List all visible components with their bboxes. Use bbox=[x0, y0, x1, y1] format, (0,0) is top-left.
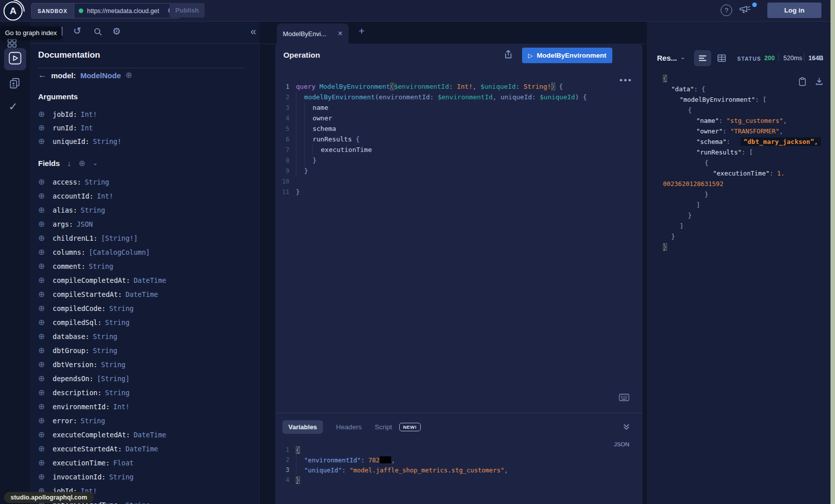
field-name[interactable]: compileCompletedAt: bbox=[53, 276, 130, 284]
field-type-link[interactable]: DateTime bbox=[125, 445, 158, 453]
field-type-link[interactable]: String bbox=[81, 206, 105, 214]
add-field-to-query-button[interactable]: ⊕ bbox=[38, 192, 49, 200]
field-name[interactable]: alias: bbox=[53, 206, 77, 214]
field-name[interactable]: compiledSql: bbox=[53, 318, 102, 326]
response-selector[interactable]: Res... bbox=[657, 54, 677, 62]
field-name[interactable]: compileStartedAt: bbox=[53, 290, 122, 298]
field-type-link[interactable]: String bbox=[105, 389, 130, 397]
field-type-link[interactable]: DateTime bbox=[133, 276, 166, 284]
search-icon[interactable] bbox=[93, 27, 102, 38]
field-name[interactable]: compiledCode: bbox=[53, 304, 106, 312]
add-field-to-query-button[interactable]: ⊕ bbox=[38, 137, 49, 145]
add-field-to-query-button[interactable]: ⊕ bbox=[38, 445, 49, 453]
tab-headers[interactable]: Headers bbox=[336, 423, 362, 431]
collapse-panel-icon[interactable]: « bbox=[250, 25, 256, 37]
field-type-link[interactable]: JSON bbox=[77, 220, 93, 228]
field-type-link[interactable]: String bbox=[93, 347, 117, 355]
field-type-link[interactable]: Int! bbox=[97, 192, 113, 200]
sidebar-item-checks[interactable]: ✓ bbox=[9, 100, 18, 113]
endpoint-url-box[interactable]: https://metadata.cloud.get ⚙ bbox=[74, 4, 180, 18]
tab-script[interactable]: Script bbox=[375, 423, 392, 431]
add-field-to-query-button[interactable]: ⊕ bbox=[38, 276, 49, 284]
sidebar-item-schema-diff[interactable] bbox=[9, 77, 21, 92]
add-type-button[interactable]: ⊕ bbox=[125, 71, 132, 79]
type-name-link[interactable]: ModelNode bbox=[80, 71, 121, 80]
field-type-link[interactable]: [CatalogColumn] bbox=[89, 248, 150, 256]
field-type-link[interactable]: String bbox=[89, 262, 113, 270]
field-type-link[interactable]: String bbox=[85, 178, 109, 186]
field-type-link[interactable]: String! bbox=[93, 137, 121, 145]
sidebar-item-explorer[interactable] bbox=[4, 48, 26, 70]
add-field-to-query-button[interactable]: ⊕ bbox=[38, 417, 49, 425]
add-field-to-query-button[interactable]: ⊕ bbox=[38, 389, 49, 397]
field-type-link[interactable]: Int bbox=[81, 124, 93, 132]
field-type-link[interactable]: String bbox=[109, 473, 134, 481]
add-field-to-query-button[interactable]: ⊕ bbox=[38, 459, 49, 467]
add-field-to-query-button[interactable]: ⊕ bbox=[38, 234, 49, 242]
field-name[interactable]: invocationId: bbox=[53, 473, 106, 481]
add-field-to-query-button[interactable]: ⊕ bbox=[38, 124, 49, 132]
keyboard-shortcuts-icon[interactable] bbox=[619, 394, 629, 403]
tab-modelbyenvironment[interactable]: ModelByEnvi... × bbox=[277, 24, 349, 44]
new-tab-button[interactable]: + bbox=[359, 25, 365, 37]
field-type-link[interactable]: Int! bbox=[113, 403, 130, 411]
field-type-link[interactable]: [String!] bbox=[101, 234, 137, 242]
add-field-to-query-button[interactable]: ⊕ bbox=[38, 431, 49, 439]
field-name[interactable]: runId: bbox=[53, 124, 77, 132]
publish-button[interactable]: Publish bbox=[170, 3, 205, 18]
tab-variables[interactable]: Variables bbox=[282, 420, 323, 434]
field-name[interactable]: dependsOn: bbox=[53, 375, 93, 383]
field-name[interactable]: executionTime: bbox=[53, 459, 110, 467]
add-field-to-query-button[interactable]: ⊕ bbox=[38, 375, 49, 383]
field-name[interactable]: uniqueId: bbox=[53, 137, 89, 145]
field-name[interactable]: description: bbox=[53, 389, 102, 397]
table-view-button[interactable] bbox=[717, 54, 726, 64]
field-name[interactable]: database: bbox=[53, 332, 89, 341]
back-arrow-icon[interactable]: ← bbox=[38, 70, 47, 80]
field-name[interactable]: executeStartedAt: bbox=[53, 445, 122, 453]
field-name[interactable]: executeCompletedAt: bbox=[53, 431, 130, 439]
add-field-to-query-button[interactable]: ⊕ bbox=[38, 248, 49, 256]
add-field-to-query-button[interactable]: ⊕ bbox=[38, 304, 49, 312]
add-field-to-query-button[interactable]: ⊕ bbox=[38, 206, 49, 214]
field-type-link[interactable]: String bbox=[101, 361, 125, 369]
field-name[interactable]: args: bbox=[53, 220, 73, 228]
graphql-editor[interactable]: 1query ModelByEnvironment($environmentId… bbox=[275, 81, 642, 197]
field-name[interactable]: dbtVersion: bbox=[53, 361, 97, 369]
gear-icon[interactable]: ⚙ bbox=[112, 26, 121, 37]
field-type-link[interactable]: Int! bbox=[81, 110, 97, 118]
add-all-fields-button[interactable]: ⊕ bbox=[79, 159, 85, 167]
apollo-logo[interactable]: A bbox=[4, 2, 23, 21]
chevron-down-icon[interactable]: ⌄ bbox=[93, 160, 97, 166]
field-name[interactable]: access: bbox=[53, 178, 81, 186]
field-name[interactable]: error: bbox=[53, 417, 77, 425]
field-type-link[interactable]: String bbox=[93, 332, 117, 341]
announcements-icon[interactable] bbox=[739, 5, 751, 17]
field-name[interactable]: dbtGroup: bbox=[53, 347, 89, 355]
field-type-link[interactable]: Float bbox=[113, 459, 134, 467]
help-icon[interactable]: ? bbox=[721, 5, 732, 16]
field-name[interactable]: environmentId: bbox=[53, 403, 110, 411]
login-button[interactable]: Log in bbox=[767, 3, 821, 18]
close-icon[interactable]: × bbox=[338, 30, 343, 38]
field-type-link[interactable]: String bbox=[81, 417, 105, 425]
list-view-button[interactable] bbox=[694, 50, 711, 66]
add-field-to-query-button[interactable]: ⊕ bbox=[38, 473, 49, 481]
add-field-to-query-button[interactable]: ⊕ bbox=[38, 347, 49, 355]
field-name[interactable]: accountId: bbox=[53, 192, 93, 200]
add-field-to-query-button[interactable]: ⊕ bbox=[38, 110, 49, 118]
field-name[interactable]: jobId: bbox=[53, 110, 77, 118]
field-type-link[interactable]: DateTime bbox=[133, 431, 166, 439]
add-field-to-query-button[interactable]: ⊕ bbox=[38, 290, 49, 298]
add-field-to-query-button[interactable]: ⊕ bbox=[38, 262, 49, 270]
add-field-to-query-button[interactable]: ⊕ bbox=[38, 403, 49, 411]
add-field-to-query-button[interactable]: ⊕ bbox=[38, 332, 49, 341]
field-type-link[interactable]: [String] bbox=[97, 375, 129, 383]
field-type-link[interactable]: String bbox=[125, 501, 150, 504]
field-name[interactable]: columns: bbox=[53, 248, 85, 256]
add-field-to-query-button[interactable]: ⊕ bbox=[38, 318, 49, 326]
history-icon[interactable]: ↺ bbox=[73, 25, 81, 37]
sort-icon[interactable]: ↓ bbox=[67, 159, 71, 167]
variables-editor[interactable]: 1{2"environmentId": 782,3"uniqueId": "mo… bbox=[275, 445, 642, 485]
chevron-down-icon[interactable]: ⌄ bbox=[680, 53, 686, 61]
